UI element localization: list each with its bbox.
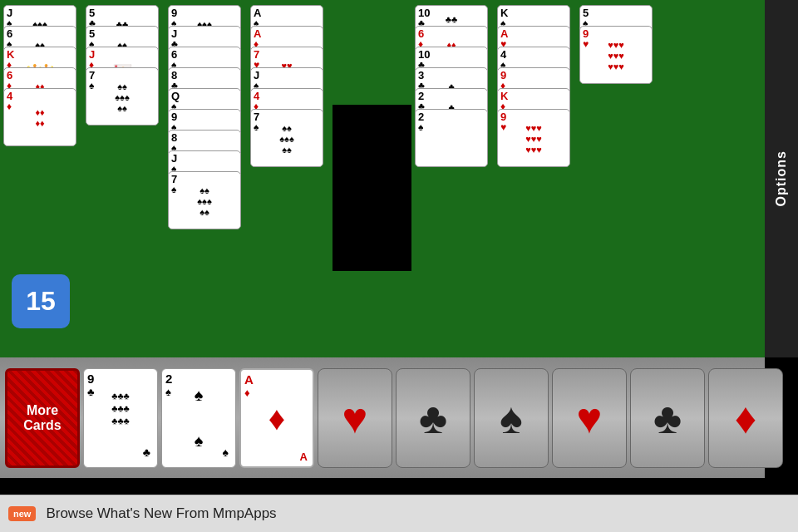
suit-button-spade[interactable]: ♠	[474, 368, 549, 468]
banner-text: Browse What's New From MmpApps	[46, 505, 276, 522]
tray-card-rank-2: 2	[165, 372, 172, 386]
suit-button-club[interactable]: ♣	[396, 368, 470, 468]
empty-column-gap	[332, 105, 411, 271]
card-column-2[interactable]: 5♣ ♣♣♣♣♣ 5♠ ♠♠♠♠♠ J♦ 🃏 7♠ ♠♠♠♠♠♠♠	[86, 5, 165, 352]
bottom-tray: More Cards 9 ♣ ♣♣♣♣♣♣♣♣♣ ♣ 2 ♠ ♠ ♠ ♠ A ♦…	[0, 357, 765, 478]
tray-card-A-diamonds[interactable]: A ♦ ♦ A	[239, 368, 314, 468]
options-label: Options	[774, 150, 789, 206]
suit-button-diamond[interactable]: ♦	[708, 368, 783, 468]
card-counter: 15	[12, 274, 70, 328]
suit-button-heart[interactable]: ♥	[318, 368, 392, 468]
card-column-6[interactable]: 10♣ ♣♣♣♣♣♣♣♣♣♣♣♣ 6♦ ♦♦♦♦♦♦ 10♣ 3♣ ♣♣♣ 2♣…	[415, 5, 494, 352]
new-badge: new	[8, 506, 36, 521]
options-sidebar[interactable]: Options	[765, 0, 798, 357]
tray-card-9-clubs[interactable]: 9 ♣ ♣♣♣♣♣♣♣♣♣ ♣	[83, 368, 158, 468]
tray-card-bottom: ♣	[143, 446, 150, 459]
suit-button-club2[interactable]: ♣	[630, 368, 705, 468]
more-cards-button[interactable]: More Cards	[5, 368, 80, 468]
game-area: J♠ ♠♠♠♠♠♠♠♠♠ 6♠ ♠♠♠♠♠♠ K♦ 👑 6♦ ♦♦♦♦♦♦ 4♦…	[0, 0, 765, 357]
counter-value: 15	[26, 286, 56, 317]
tray-card-2-spades[interactable]: 2 ♠ ♠ ♠ ♠	[161, 368, 236, 468]
card-9-hearts[interactable]: 9♥ ♥♥♥♥♥♥♥♥♥	[497, 109, 570, 167]
tray-card-suit-2: ♠	[165, 386, 171, 398]
bottom-banner[interactable]: new Browse What's New From MmpApps	[0, 495, 798, 532]
tray-card-rank-ace: A	[244, 372, 254, 387]
card-column-3[interactable]: 9♠ ♠♠♠♠♠♠♠♠♠ J♣ ♣ 6♠ 8♣ Q♠ 9♠ 8♠ J♠ 7♠ ♠…	[168, 5, 247, 352]
card-7-spades-3[interactable]: 7♠ ♠♠♠♠♠♠♠	[168, 171, 241, 229]
tray-card-suit-ace: ♦	[244, 387, 250, 399]
card-column-8[interactable]: 5♠ 9♥ ♥♥♥♥♥♥♥♥♥	[579, 5, 658, 352]
card-7-spades-4[interactable]: 7♠ ♠♠♠♠♠♠♠	[250, 109, 323, 167]
card-9-hearts-2[interactable]: 9♥ ♥♥♥♥♥♥♥♥♥	[579, 26, 653, 84]
card-4-diamonds[interactable]: 4♦ ♦♦♦♦	[3, 88, 76, 146]
more-cards-line2: Cards	[23, 418, 61, 433]
card-column-7[interactable]: K♠ A♥ ♥ 4♠ 9♦ K♦ 9♥ ♥♥♥♥♥♥♥♥♥	[497, 5, 576, 352]
suit-button-heart2[interactable]: ♥	[552, 368, 627, 468]
tray-card-rank: 9	[87, 372, 94, 386]
card-7-spades-2[interactable]: 7♠ ♠♠♠♠♠♠♠	[86, 67, 159, 126]
card-column-4[interactable]: A♠ ♠ A♦ ♦ 7♥ ♥♥♥♥♥♥♥ J♠ 4♦ ♦♦♦♦ 7♠ ♠♠♠♠♠…	[250, 5, 329, 352]
tray-card-bottom-2: ♠	[223, 446, 229, 459]
more-cards-line1: More	[27, 403, 58, 418]
card-2-spades[interactable]: 2♠	[415, 109, 488, 167]
